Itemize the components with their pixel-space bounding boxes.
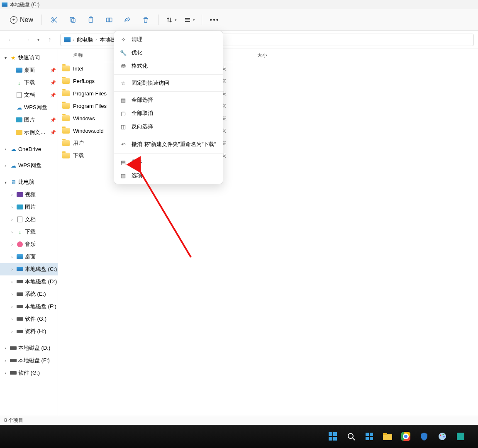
cut-button[interactable] (46, 12, 63, 28)
task-chrome[interactable] (399, 430, 412, 443)
sidebar-drive-item[interactable]: ›本地磁盘 (F:) (0, 354, 58, 367)
forward-button[interactable]: → (21, 34, 33, 46)
task-app[interactable] (454, 430, 467, 443)
breadcrumb-root[interactable]: 此电脑 (77, 36, 93, 44)
history-dropdown[interactable]: ▾ (37, 37, 39, 42)
menu-separator (114, 153, 223, 154)
file-name: Program Files (73, 90, 107, 97)
sidebar-drive-item[interactable]: ›本地磁盘 (D:) (0, 342, 58, 354)
sidebar-quick-item[interactable]: 文档📌 (0, 89, 58, 101)
file-name: PerfLogs (73, 78, 95, 84)
app-icon (456, 432, 465, 441)
menu-select-all[interactable]: ▦全部选择 (114, 93, 223, 107)
sort-icon (166, 16, 173, 24)
wrench-icon: 🔧 (120, 49, 127, 56)
breadcrumb-current[interactable]: 本地磁 (100, 36, 116, 44)
sidebar-pc-item[interactable]: ›↓下载 (0, 226, 58, 238)
sidebar-pc-item[interactable]: ›文档 (0, 213, 58, 226)
delete-button[interactable] (137, 12, 154, 28)
paste-button[interactable] (83, 12, 99, 28)
sidebar-pc-item[interactable]: ›音乐 (0, 238, 58, 251)
undo-icon: ↶ (120, 141, 127, 148)
taskbar (0, 425, 478, 448)
sidebar-pc-item[interactable]: ›本地磁盘 (D:) (0, 275, 58, 288)
svg-rect-14 (366, 433, 369, 436)
palette-icon (438, 432, 447, 441)
menu-options[interactable]: ▥选项 (114, 169, 223, 182)
sidebar-pc-item[interactable]: ›资料 (H:) (0, 325, 58, 338)
more-button[interactable]: ••• (206, 12, 223, 28)
task-widgets[interactable] (363, 430, 376, 443)
task-search[interactable] (344, 430, 358, 443)
sidebar-this-pc[interactable]: ▾🖥此电脑 (0, 176, 58, 188)
menu-separator (114, 91, 223, 92)
up-button[interactable]: ↑ (44, 34, 56, 46)
chevron-down-icon: ▾ (193, 18, 195, 22)
folder-icon (62, 90, 70, 96)
folder-icon (62, 153, 70, 158)
new-button[interactable]: + New (6, 12, 37, 28)
clipboard-icon (87, 16, 95, 24)
svg-point-25 (439, 433, 446, 440)
folder-icon (62, 140, 70, 146)
svg-rect-19 (383, 433, 387, 435)
task-security[interactable] (417, 430, 431, 443)
menu-cleanup[interactable]: ✧清理 (114, 33, 223, 46)
sidebar-drive-item[interactable]: ›软件 (G:) (0, 367, 58, 379)
svg-rect-18 (383, 434, 392, 440)
nav-bar: ← → ▾ ↑ › 此电脑 › 本地磁 (0, 31, 478, 49)
svg-point-27 (443, 434, 444, 435)
sidebar-quick-item[interactable]: 图片📌 (0, 114, 58, 126)
sidebar-quick-item[interactable]: ☁WPS网盘 (0, 101, 58, 114)
toolbar: + New ▾ ▾ ••• (0, 9, 478, 31)
menu-optimize[interactable]: 🔧优化 (114, 46, 223, 59)
sidebar-quick-item[interactable]: 桌面📌 (0, 64, 58, 76)
sidebar-pc-item[interactable]: ›本地磁盘 (C:) (0, 263, 58, 275)
file-name: Intel (73, 66, 83, 72)
task-start[interactable] (326, 430, 339, 443)
view-button[interactable]: ▾ (181, 12, 198, 28)
sidebar-quick-item[interactable]: 示例文件夹📌 (0, 126, 58, 139)
sidebar-onedrive[interactable]: ›☁OneDrive (0, 143, 58, 155)
task-explorer[interactable] (381, 430, 394, 443)
sidebar-pc-item[interactable]: ›视频 (0, 188, 58, 201)
back-button[interactable]: ← (4, 34, 17, 46)
sort-button[interactable]: ▾ (163, 12, 179, 28)
file-name: Program Files (73, 103, 107, 109)
folder-icon (62, 66, 70, 71)
menu-properties[interactable]: ▤属性 (114, 156, 223, 169)
windows-icon (328, 432, 337, 441)
menu-pin-quickaccess[interactable]: ☆固定到快速访问 (114, 76, 223, 90)
folder-icon (62, 103, 70, 109)
drive-icon (2, 2, 7, 7)
menu-format[interactable]: ⛃格式化 (114, 59, 223, 73)
sidebar-wps[interactable]: ›☁WPS网盘 (0, 159, 58, 172)
sidebar-quick-item[interactable]: ↓下载📌 (0, 76, 58, 89)
folder-icon (62, 128, 70, 134)
plus-icon: + (10, 16, 17, 24)
share-button[interactable] (119, 12, 136, 28)
drive-icon (64, 37, 71, 42)
menu-undo[interactable]: ↶撤消 将"新建文件夹"重命名为"下载" (114, 137, 223, 152)
svg-rect-10 (333, 432, 337, 436)
menu-select-none[interactable]: ▢全部取消 (114, 107, 223, 120)
select-all-icon: ▦ (120, 97, 127, 103)
task-paint[interactable] (436, 430, 449, 443)
rename-button[interactable] (101, 12, 117, 28)
ellipsis-icon: ••• (210, 16, 219, 24)
menu-invert-selection[interactable]: ◫反向选择 (114, 120, 223, 133)
column-size[interactable]: 大小 (257, 52, 290, 59)
pin-icon: 📌 (50, 93, 56, 98)
list-icon (184, 16, 191, 24)
sidebar-pc-item[interactable]: ›本地磁盘 (F:) (0, 300, 58, 313)
sidebar-pc-item[interactable]: ›软件 (G:) (0, 313, 58, 325)
status-bar: 8 个项目 (0, 416, 478, 425)
sidebar-pc-item[interactable]: ›系统 (E:) (0, 288, 58, 300)
sidebar-pc-item[interactable]: ›桌面 (0, 251, 58, 263)
sidebar-pc-item[interactable]: ›图片 (0, 201, 58, 213)
svg-point-24 (404, 435, 407, 438)
properties-icon: ▤ (120, 159, 127, 166)
separator (202, 15, 202, 25)
sidebar-quick-access[interactable]: ▾★快速访问 (0, 51, 58, 64)
copy-button[interactable] (64, 12, 81, 28)
